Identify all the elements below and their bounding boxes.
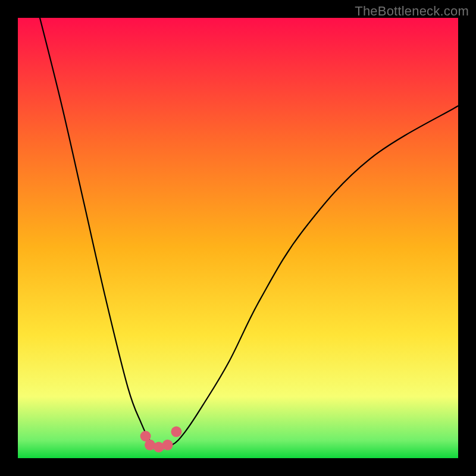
bottleneck-curve-svg [18, 18, 458, 458]
chart-area [18, 18, 458, 458]
watermark-text: TheBottleneck.com [355, 4, 469, 19]
optimal-marker [162, 440, 173, 450]
optimal-marker [171, 427, 181, 437]
bottleneck-curve-path [40, 18, 458, 446]
optimal-marker-group [140, 427, 182, 453]
